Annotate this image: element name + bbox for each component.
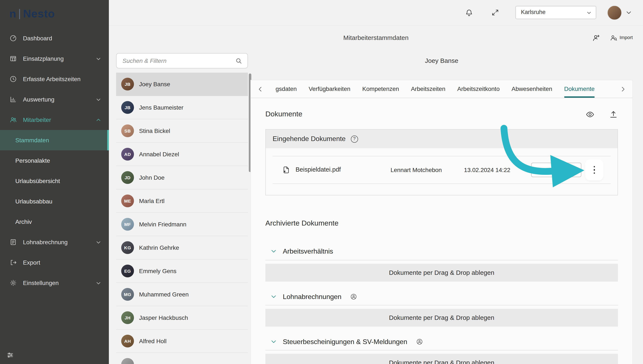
sidebar-menu: Dashboard Einsatzplanung Erfasste Arbeit… (0, 28, 109, 293)
help-icon[interactable]: ? (351, 135, 358, 142)
list-item[interactable]: KG Kathrin Gehrke (116, 236, 248, 260)
sidebar-item-urlaubsuebersicht[interactable]: Urlaubsübersicht (0, 171, 109, 191)
sidebar-item-einsatzplanung[interactable]: Einsatzplanung (0, 48, 109, 69)
sidebar-item-urlaubsabbau[interactable]: Urlaubsabbau (0, 191, 109, 212)
document-date: 13.02.2024 14:22 (464, 166, 531, 174)
fullscreen-icon[interactable] (491, 8, 499, 16)
bar-chart-icon (9, 96, 17, 103)
sidebar-item-label: Auswertung (23, 96, 54, 103)
archive-group-label: Steuerbescheinigungen & SV-Meldungen (283, 338, 407, 346)
employee-detail-panel: Joey Banse gsdaten Verfügbarkeiten Kompe… (251, 50, 633, 364)
drag-drop-zone[interactable]: Dokumente per Drag & Drop ablegen (265, 309, 618, 326)
person-circle-icon (350, 293, 357, 300)
avatar: MF (121, 218, 134, 231)
display-settings-icon[interactable] (6, 351, 14, 359)
tab-arbeitszeitkonto[interactable]: Arbeitszeitkonto (457, 80, 500, 98)
dropzone-wrap: Dokumente per Drag & Drop ablegen (265, 260, 618, 282)
avatar: JH (121, 311, 134, 324)
chevron-down-icon[interactable] (625, 9, 632, 16)
avatar: MG (121, 288, 134, 301)
sidebar-item-label: Export (23, 259, 40, 266)
sidebar-item-stammdaten[interactable]: Stammdaten (0, 130, 109, 150)
tab-dokumente[interactable]: Dokumente (564, 80, 594, 98)
location-select[interactable]: Karlsruhe (515, 6, 596, 19)
tab-arbeitszeiten[interactable]: Arbeitszeiten (411, 80, 446, 98)
sidebar-item-personalakte[interactable]: Personalakte (0, 150, 109, 171)
list-item[interactable]: AH Alfred Holl (116, 330, 248, 353)
kebab-menu-button[interactable] (587, 162, 601, 178)
drag-drop-zone[interactable]: Dokumente per Drag & Drop ablegen (265, 264, 618, 282)
sidebar-item-label: Stammdaten (15, 136, 49, 144)
list-item-partial[interactable] (116, 353, 248, 364)
list-item[interactable]: AD Annabel Diezel (116, 143, 248, 166)
document-file-link[interactable]: Beispieldatei.pdf (282, 166, 391, 174)
category-select[interactable]: Kategorie (531, 163, 581, 177)
list-item[interactable]: JB Joey Banse (116, 73, 248, 96)
archive-group-label: Arbeitsverhältnis (283, 248, 333, 256)
archive-group-header[interactable]: Steuerbescheinigungen & SV-Meldungen (265, 338, 618, 346)
employee-name: Stina Bickel (139, 127, 170, 134)
app-root: n Nesto Dashboard Einsatzplanung Erfasst… (0, 0, 643, 364)
document-filename: Beispieldatei.pdf (296, 166, 341, 174)
list-item[interactable]: ME Marla Ertl (116, 190, 248, 213)
chevron-down-icon (96, 56, 101, 61)
avatar: SB (121, 124, 134, 137)
chevron-right-icon[interactable] (620, 86, 626, 92)
person-search-icon (610, 34, 617, 42)
list-item[interactable]: JB Jens Baumeister (116, 96, 248, 119)
chevron-down-icon (586, 10, 591, 15)
page-header: Mitarbeiterstammdaten Import (109, 26, 643, 50)
tab-abwesenheiten[interactable]: Abwesenheiten (512, 80, 552, 98)
list-item[interactable]: SB Stina Bickel (116, 119, 248, 143)
sidebar-item-dashboard[interactable]: Dashboard (0, 28, 109, 48)
list-item[interactable]: MF Melvin Friedmann (116, 213, 248, 236)
import-button[interactable]: Import (610, 34, 633, 42)
chevron-down-icon (96, 239, 101, 245)
avatar: JD (121, 171, 134, 184)
bell-icon[interactable] (465, 8, 473, 17)
tab-gsdaten[interactable]: gsdaten (276, 80, 297, 98)
employee-list-panel: JB Joey Banse JB Jens Baumeister SB Stin… (116, 53, 253, 364)
tab-verfuegbarkeiten[interactable]: Verfügbarkeiten (309, 80, 350, 98)
person-plus-icon[interactable] (592, 34, 600, 42)
sidebar-item-einstellungen[interactable]: Einstellungen (0, 273, 109, 293)
sidebar-item-archiv[interactable]: Archiv (0, 212, 109, 232)
sidebar-item-label: Einsatzplanung (23, 55, 64, 62)
chevron-left-icon[interactable] (257, 86, 264, 92)
header-actions: Import (592, 34, 643, 42)
tab-kompetenzen[interactable]: Kompetenzen (362, 80, 399, 98)
archive-group-lohnabrechnungen: Lohnabrechnungen Dokumente per Drag & Dr… (265, 292, 618, 326)
employee-name: Alfred Holl (139, 338, 166, 345)
sidebar-item-label: Urlaubsabbau (15, 198, 52, 205)
sidebar-item-erfasste-arbeitszeiten[interactable]: Erfasste Arbeitszeiten (0, 69, 109, 89)
upload-icon[interactable] (609, 110, 618, 119)
detail-card: gsdaten Verfügbarkeiten Kompetenzen Arbe… (251, 80, 633, 364)
search-input[interactable] (122, 57, 235, 64)
sidebar-item-lohnabrechnung[interactable]: Lohnabrechnung (0, 232, 109, 252)
sidebar-item-label: Urlaubsübersicht (15, 177, 60, 184)
documents-tab-content: Dokumente Eingehende Dokumente (251, 110, 632, 364)
employee-name: Jasper Hackbusch (139, 314, 188, 321)
dropzone-wrap: Dokumente per Drag & Drop ablegen (265, 305, 618, 326)
sidebar-item-export[interactable]: Export (0, 252, 109, 273)
chevron-up-icon (96, 117, 101, 122)
sidebar-item-mitarbeiter[interactable]: Mitarbeiter (0, 110, 109, 130)
list-item[interactable]: JH Jasper Hackbusch (116, 306, 248, 330)
list-item[interactable]: MG Muhammed Green (116, 283, 248, 306)
list-item[interactable]: EG Emmely Gens (116, 260, 248, 283)
eye-icon[interactable] (586, 110, 594, 119)
incoming-documents-header: Eingehende Dokumente ? (266, 130, 617, 148)
archive-group-header[interactable]: Lohnabrechnungen (265, 292, 618, 300)
planning-board-icon (9, 55, 17, 62)
list-item[interactable]: JD John Doe (116, 166, 248, 190)
person-circle-icon (416, 338, 423, 345)
kebab-menu-icon (593, 166, 595, 168)
user-avatar[interactable] (607, 5, 622, 20)
document-row: Beispieldatei.pdf Lennart Motchebon 13.0… (273, 156, 611, 184)
archive-group-header[interactable]: Arbeitsverhältnis (265, 248, 618, 256)
sidebar-item-auswertung[interactable]: Auswertung (0, 89, 109, 110)
logo-text: Nesto (23, 8, 55, 20)
tab-bar: gsdaten Verfügbarkeiten Kompetenzen Arbe… (251, 80, 632, 98)
drag-drop-zone[interactable]: Dokumente per Drag & Drop ablegen (265, 354, 618, 364)
search-icon[interactable] (235, 57, 242, 64)
